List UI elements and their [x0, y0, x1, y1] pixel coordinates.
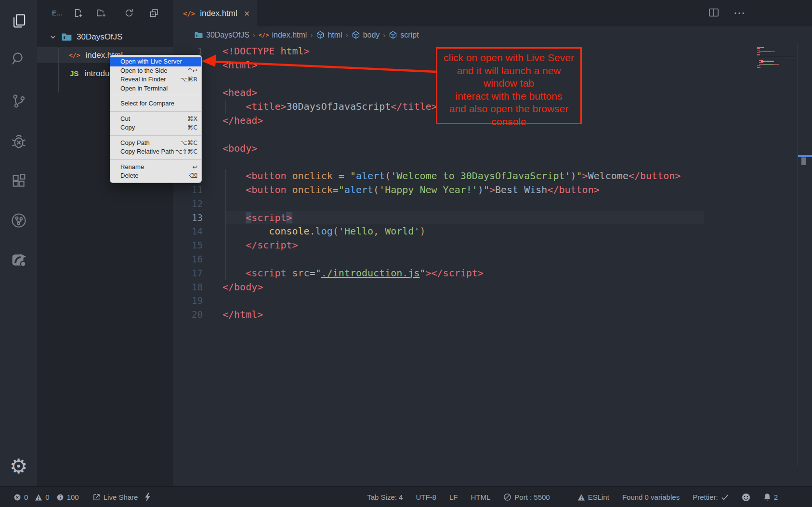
minimap-line: [757, 48, 800, 49]
tree-indent-guide: [58, 48, 59, 92]
language-mode-indicator[interactable]: HTML: [471, 493, 490, 501]
search-icon[interactable]: [0, 43, 37, 74]
tree-item-label: 30DaysOfJS: [77, 32, 122, 42]
feedback-smiley-button[interactable]: [742, 493, 750, 502]
problems-indicator[interactable]: 0 0 100: [13, 493, 79, 501]
new-file-icon[interactable]: [73, 8, 83, 18]
context-menu-item[interactable]: Copy⌘C: [110, 123, 201, 132]
code-line[interactable]: <button onclick = "alert('Welcome to 30D…: [223, 169, 681, 183]
code-line[interactable]: [223, 197, 681, 211]
line-number[interactable]: 11: [173, 183, 203, 197]
source-control-icon[interactable]: [0, 86, 37, 117]
annotation-line: console: [437, 116, 580, 129]
extensions-icon[interactable]: [0, 166, 37, 196]
minimap-line: [757, 52, 800, 53]
tab-size-indicator[interactable]: Tab Size: 4: [367, 493, 403, 501]
line-number[interactable]: 16: [173, 252, 203, 266]
explorer-header: E...: [37, 7, 173, 19]
annotation-line: and it will launch a new: [437, 65, 580, 78]
encoding-indicator[interactable]: UTF-8: [416, 493, 436, 501]
symbol-cube-icon: [352, 31, 360, 39]
eslint-indicator[interactable]: ESLint: [577, 493, 609, 501]
line-number[interactable]: 17: [173, 266, 203, 280]
line-number[interactable]: 14: [173, 224, 203, 238]
lightning-icon: [144, 493, 151, 502]
context-menu-item[interactable]: Delete⌫: [110, 171, 201, 181]
code-line[interactable]: [223, 294, 681, 308]
more-actions-icon[interactable]: ⋯: [733, 7, 746, 19]
context-menu-item[interactable]: Open to the Side^↩: [110, 66, 201, 76]
refresh-icon[interactable]: [124, 8, 134, 18]
code-line[interactable]: [223, 128, 681, 142]
new-folder-icon[interactable]: [96, 8, 106, 18]
notifications-bell[interactable]: 2: [763, 493, 778, 502]
code-line[interactable]: [223, 155, 681, 169]
code-line[interactable]: </script>: [223, 238, 681, 252]
code-line[interactable]: <button onclick="alert('Happy New Year!'…: [223, 183, 681, 197]
code-line[interactable]: </html>: [223, 308, 681, 322]
split-editor-icon[interactable]: [708, 7, 720, 19]
line-number[interactable]: 20: [173, 308, 203, 322]
close-icon[interactable]: ×: [244, 9, 250, 18]
breadcrumb-item-body[interactable]: body: [352, 31, 380, 39]
line-number[interactable]: 15: [173, 238, 203, 252]
context-menu-item[interactable]: Select for Compare: [110, 99, 201, 108]
minimap-line: [757, 58, 800, 58]
explorer-title: E...: [52, 9, 63, 17]
chevron-right-icon: ›: [253, 31, 255, 39]
live-share-button[interactable]: Live Share: [92, 493, 138, 501]
eol-indicator[interactable]: LF: [449, 493, 458, 501]
chevron-right-icon: ›: [383, 31, 385, 39]
tab-bar: </> index.html × ⋯: [173, 0, 812, 26]
code-line[interactable]: [223, 252, 681, 266]
collapse-folders-icon[interactable]: [149, 8, 159, 18]
run-debug-icon[interactable]: [0, 126, 37, 157]
breadcrumb-item-script[interactable]: script: [389, 31, 419, 39]
minimap-line: [757, 57, 800, 57]
line-number[interactable]: 13: [173, 211, 203, 225]
annotation-line: and also open the browser: [437, 103, 580, 116]
annotation-note: click on open with Live Severand it will…: [436, 47, 582, 124]
context-menu-item[interactable]: Reveal in Finder⌥⌘R: [110, 75, 201, 84]
context-menu: Open with Live ServerOpen to the Side^↩R…: [110, 55, 202, 183]
line-number[interactable]: 18: [173, 280, 203, 294]
html-file-icon: </>: [183, 10, 195, 17]
minimap-line: [757, 47, 800, 48]
settings-gear-icon[interactable]: ⚙: [0, 452, 37, 481]
annotation-line: click on open with Live Sever: [437, 52, 580, 65]
minimap-line: [757, 60, 800, 60]
minimap[interactable]: [757, 47, 800, 68]
minimap-line: [757, 56, 800, 56]
overview-selection-marker: [801, 157, 806, 165]
tab-index-html[interactable]: </> index.html ×: [173, 0, 257, 26]
js-file-icon: JS: [70, 69, 79, 78]
line-number[interactable]: 19: [173, 294, 203, 308]
line-number[interactable]: 12: [173, 197, 203, 211]
live-server-share-icon[interactable]: [0, 244, 37, 274]
context-menu-item[interactable]: Cut⌘X: [110, 115, 201, 124]
code-line[interactable]: </body>: [223, 280, 681, 294]
lightning-button[interactable]: [144, 493, 151, 502]
explorer-icon[interactable]: [0, 6, 37, 37]
code-line[interactable]: <body>: [223, 142, 681, 156]
breadcrumb-item-folder[interactable]: 30DaysOfJS: [194, 31, 249, 39]
menu-separator: [110, 111, 201, 112]
minimap-line: [757, 65, 800, 65]
menu-separator: [110, 96, 201, 96]
code-line[interactable]: console.log('Hello, World'): [223, 224, 681, 238]
code-line[interactable]: <script src="./introduction.js"></script…: [223, 266, 681, 280]
context-menu-item[interactable]: Open in Terminal: [110, 84, 201, 93]
context-menu-item[interactable]: Rename↩: [110, 163, 201, 172]
context-menu-item[interactable]: Open with Live Server: [110, 57, 201, 66]
prettier-indicator[interactable]: Prettier:: [693, 493, 729, 501]
minimap-line: [757, 67, 800, 68]
live-share-icon[interactable]: [0, 205, 37, 236]
code-line[interactable]: <script>: [223, 211, 681, 225]
live-server-port[interactable]: Port : 5500: [503, 493, 550, 501]
breadcrumb-item-file[interactable]: </> index.html: [259, 31, 307, 39]
variables-indicator[interactable]: Found 0 variables: [622, 493, 680, 501]
context-menu-item[interactable]: Copy Relative Path⌥⇧⌘C: [110, 147, 201, 156]
context-menu-item[interactable]: Copy Path⌥⌘C: [110, 139, 201, 148]
breadcrumb-item-html[interactable]: html: [316, 31, 342, 39]
tree-item-root-folder[interactable]: 30DaysOfJS: [37, 29, 173, 45]
